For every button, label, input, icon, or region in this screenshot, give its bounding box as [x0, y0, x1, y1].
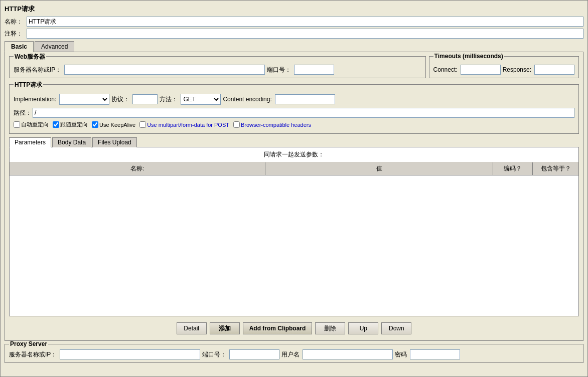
web-server-title: Web服务器	[14, 53, 46, 61]
proxy-server-label: 服务器名称或IP：	[9, 350, 57, 359]
proxy-row: 服务器名称或IP： 端口号： 用户名 密码	[9, 349, 579, 359]
proxy-server-input[interactable]	[60, 349, 200, 359]
main-window: HTTP请求 名称： 注释： Basic Advanced Web服务器 服务器…	[0, 0, 588, 377]
encoding-input[interactable]	[275, 94, 335, 104]
multipart-checkbox[interactable]: Use multipart/form-data for POST	[139, 121, 229, 128]
connect-label: Connect:	[433, 66, 458, 73]
add-clipboard-button[interactable]: Add from Clipboard	[243, 322, 313, 334]
response-label: Response:	[503, 66, 531, 73]
port-input[interactable]	[294, 65, 334, 75]
detail-button[interactable]: Detail	[177, 322, 207, 334]
impl-select[interactable]	[59, 94, 109, 105]
button-row: Detail 添加 Add from Clipboard 删除 Up Down	[9, 320, 579, 336]
tab-advanced[interactable]: Advanced	[35, 41, 74, 52]
server-input[interactable]	[64, 65, 265, 75]
params-body	[10, 175, 578, 316]
tab-basic[interactable]: Basic	[5, 41, 34, 52]
inner-tabs-header: Parameters Body Data Files Upload	[9, 137, 579, 147]
follow-redirect-checkbox[interactable]: 跟随重定向	[53, 121, 88, 128]
encoding-label: Content encoding:	[223, 96, 271, 103]
web-server-section: Web服务器 服务器名称或IP： 端口号：	[9, 56, 426, 78]
checkbox-row: 自动重定向 跟随重定向 Use KeepAlive Use multipart/…	[14, 121, 574, 128]
http-request-section: HTTP请求 Implementation: 协议： 方法： GET POST …	[9, 84, 579, 134]
path-label: 路径：	[14, 109, 32, 117]
params-table-wrapper: 同请求一起发送参数： 名称: 值 编码？ 包含等于？	[9, 147, 579, 316]
protocol-label: 协议：	[111, 95, 129, 104]
proxy-server-section: Proxy Server 服务器名称或IP： 端口号： 用户名 密码	[5, 344, 583, 363]
browser-headers-checkbox[interactable]: Browser-compatible headers	[233, 121, 311, 128]
inner-tab-parameters[interactable]: Parameters	[9, 137, 51, 147]
down-button[interactable]: Down	[381, 322, 411, 334]
comment-row: 注释：	[5, 29, 583, 39]
method-select[interactable]: GET POST PUT DELETE HEAD OPTIONS PATCH T…	[181, 94, 221, 105]
params-header: 名称: 值 编码？ 包含等于？	[10, 162, 578, 175]
port-label: 端口号：	[267, 66, 291, 74]
name-label: 名称：	[5, 18, 25, 26]
connect-input[interactable]	[461, 65, 501, 75]
comment-input[interactable]	[27, 29, 583, 39]
auto-redirect-checkbox[interactable]: 自动重定向	[14, 121, 49, 128]
proxy-password-label: 密码	[395, 350, 407, 359]
name-row: 名称：	[5, 17, 583, 27]
inner-tab-body-data[interactable]: Body Data	[52, 137, 91, 147]
proxy-username-input[interactable]	[303, 349, 393, 359]
outer-tabs-header: Basic Advanced	[5, 41, 583, 52]
window-title: HTTP请求	[5, 5, 583, 14]
server-row: 服务器名称或IP： 端口号：	[14, 65, 421, 75]
col-encode-header: 编码？	[493, 162, 533, 175]
response-input[interactable]	[534, 65, 574, 75]
tab-content-basic: Web服务器 服务器名称或IP： 端口号： Timeouts (millisec…	[5, 52, 583, 341]
col-name-header: 名称:	[10, 162, 265, 175]
http-request-title: HTTP请求	[14, 81, 43, 89]
impl-label: Implementation:	[14, 96, 56, 103]
proxy-port-input[interactable]	[229, 349, 279, 359]
up-button[interactable]: Up	[348, 322, 378, 334]
method-row: Implementation: 协议： 方法： GET POST PUT DEL…	[14, 94, 574, 105]
name-input[interactable]	[27, 17, 583, 27]
keep-alive-checkbox[interactable]: Use KeepAlive	[92, 121, 135, 128]
timeouts-row: Connect: Response:	[433, 65, 574, 75]
path-row: 路径：	[14, 108, 574, 118]
col-value-header: 值	[265, 162, 493, 175]
proxy-title: Proxy Server	[9, 340, 48, 347]
proxy-password-input[interactable]	[410, 349, 460, 359]
proxy-username-label: 用户名	[281, 350, 300, 359]
delete-button[interactable]: 删除	[315, 322, 345, 334]
params-title: 同请求一起发送参数：	[10, 147, 578, 162]
timeouts-title: Timeouts (milliseconds)	[433, 53, 504, 60]
comment-label: 注释：	[5, 30, 25, 38]
proxy-port-label: 端口号：	[202, 350, 226, 359]
col-include-header: 包含等于？	[533, 162, 578, 175]
server-label: 服务器名称或IP：	[14, 66, 61, 74]
path-input[interactable]	[33, 108, 574, 118]
protocol-input[interactable]	[132, 94, 158, 104]
method-label: 方法：	[160, 95, 178, 104]
timeouts-section: Timeouts (milliseconds) Connect: Respons…	[429, 56, 579, 78]
inner-tab-files-upload[interactable]: Files Upload	[92, 137, 137, 147]
add-button[interactable]: 添加	[210, 322, 240, 334]
